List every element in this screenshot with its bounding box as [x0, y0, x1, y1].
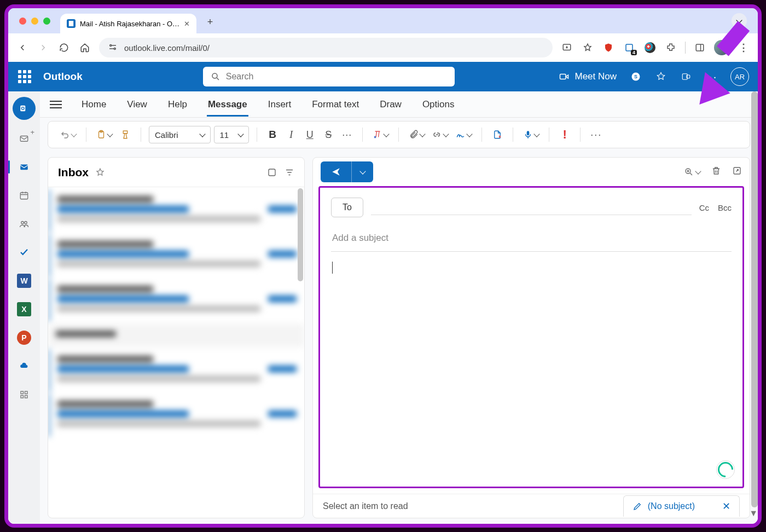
install-pwa-icon[interactable]: [560, 41, 573, 54]
font-size-select[interactable]: 11: [214, 126, 249, 143]
extension-badge-icon[interactable]: 4: [623, 41, 636, 54]
draft-tab[interactable]: (No subject) ✕: [623, 495, 740, 517]
app-launcher-icon[interactable]: [17, 69, 32, 84]
signature-button[interactable]: [454, 125, 474, 144]
new-tab-button[interactable]: +: [202, 14, 218, 31]
svg-rect-20: [25, 391, 28, 394]
search-box[interactable]: [203, 67, 455, 86]
favorite-star-icon[interactable]: [95, 167, 105, 177]
brand-name[interactable]: Outlook: [43, 71, 83, 83]
ublock-icon[interactable]: [602, 41, 615, 54]
cc-button[interactable]: Cc: [699, 203, 709, 212]
teams-icon[interactable]: [680, 71, 692, 83]
importance-button[interactable]: !: [557, 125, 572, 144]
list-item[interactable]: [48, 394, 304, 437]
calendar-rail-icon[interactable]: [14, 186, 34, 205]
close-draft-icon[interactable]: ✕: [722, 500, 730, 512]
filter-icon[interactable]: [285, 167, 294, 177]
scrollbar-thumb[interactable]: [298, 188, 303, 281]
word-rail-icon[interactable]: W: [14, 271, 34, 291]
svg-point-17: [21, 222, 24, 224]
link-button[interactable]: [430, 125, 450, 144]
home-button[interactable]: [78, 41, 91, 54]
list-item[interactable]: [48, 279, 304, 322]
list-item[interactable]: [48, 349, 304, 392]
page-scrollbar[interactable]: [751, 91, 759, 507]
strikethrough-button[interactable]: S: [321, 125, 336, 144]
to-button[interactable]: To: [331, 198, 363, 217]
todo-rail-icon[interactable]: [14, 242, 34, 262]
message-list: Inbox: [48, 157, 305, 518]
new-mail-icon[interactable]: +: [14, 129, 34, 148]
list-item[interactable]: [48, 234, 304, 277]
more-apps-rail-icon[interactable]: [14, 385, 34, 404]
extensions-puzzle-icon[interactable]: [664, 41, 677, 54]
mail-rail-icon[interactable]: [14, 157, 34, 177]
to-input[interactable]: [371, 200, 692, 215]
powerpoint-rail-icon[interactable]: P: [14, 328, 34, 348]
tab-view[interactable]: View: [126, 94, 148, 115]
people-rail-icon[interactable]: [14, 214, 34, 234]
dictate-button[interactable]: [521, 125, 541, 144]
maximize-window[interactable]: [43, 18, 50, 25]
onedrive-rail-icon[interactable]: [14, 356, 34, 376]
account-avatar[interactable]: AR: [730, 67, 749, 86]
bcc-button[interactable]: Bcc: [718, 203, 732, 212]
send-split-button[interactable]: [321, 161, 373, 182]
paste-button[interactable]: [94, 125, 114, 144]
close-window[interactable]: [19, 18, 26, 25]
skype-icon[interactable]: S: [630, 71, 642, 83]
search-input[interactable]: [226, 72, 447, 82]
reload-button[interactable]: [57, 41, 71, 54]
subject-input[interactable]: Add a subject: [331, 225, 732, 252]
font-family-select[interactable]: Calibri: [149, 126, 211, 143]
sidepanel-icon[interactable]: [693, 41, 706, 54]
meet-now-button[interactable]: Meet Now: [559, 71, 617, 82]
forward-button[interactable]: [37, 41, 50, 54]
window-controls: [19, 18, 50, 25]
sensitivity-button[interactable]: [490, 125, 505, 144]
tab-draw[interactable]: Draw: [379, 94, 403, 115]
popout-button[interactable]: [732, 166, 742, 178]
italic-button[interactable]: I: [283, 125, 299, 144]
tab-options[interactable]: Options: [421, 94, 456, 115]
outlook-rail-icon[interactable]: [13, 97, 36, 120]
back-button[interactable]: [16, 41, 29, 54]
browser-tab[interactable]: Mail - Atish Rajasekharan - O… ✕: [60, 14, 196, 33]
format-painter-button[interactable]: [118, 125, 133, 144]
clear-formatting-button[interactable]: [370, 125, 391, 144]
site-settings-icon[interactable]: [108, 42, 118, 54]
grammarly-icon[interactable]: [716, 460, 735, 479]
bold-button[interactable]: B: [265, 125, 280, 144]
reading-pane-footer: Select an item to read (No subject) ✕: [313, 494, 750, 518]
minimize-window[interactable]: [31, 18, 38, 25]
send-dropdown[interactable]: [351, 161, 373, 182]
attach-button[interactable]: [407, 125, 427, 144]
tab-home[interactable]: Home: [80, 94, 107, 115]
send-button[interactable]: [321, 161, 351, 182]
list-item[interactable]: [48, 189, 304, 232]
hamburger-icon[interactable]: [50, 101, 62, 108]
close-tab-icon[interactable]: ✕: [184, 20, 190, 28]
svg-rect-26: [269, 169, 275, 176]
underline-button[interactable]: U: [302, 125, 317, 144]
tab-message[interactable]: Message: [207, 94, 248, 115]
more-formatting-button[interactable]: ···: [339, 125, 355, 144]
message-body[interactable]: [331, 252, 732, 477]
discard-button[interactable]: [711, 166, 721, 178]
tab-help[interactable]: Help: [167, 94, 188, 115]
ribbon-overflow-button[interactable]: ···: [588, 125, 604, 144]
undo-button[interactable]: [58, 125, 78, 144]
scroll-down-icon[interactable]: ▼: [749, 508, 758, 518]
premium-icon[interactable]: [655, 71, 667, 83]
select-all-icon[interactable]: [267, 167, 277, 177]
bookmark-icon[interactable]: [581, 41, 594, 54]
compose-pane: To Cc Bcc Add a subject: [312, 157, 750, 518]
excel-rail-icon[interactable]: X: [14, 299, 34, 319]
extension-icon[interactable]: [643, 41, 657, 54]
tab-format-text[interactable]: Format text: [311, 94, 360, 115]
tab-insert[interactable]: Insert: [267, 94, 293, 115]
url-field[interactable]: outlook.live.com/mail/0/: [99, 38, 553, 57]
list-item[interactable]: [48, 324, 304, 347]
zoom-button[interactable]: [684, 166, 700, 178]
